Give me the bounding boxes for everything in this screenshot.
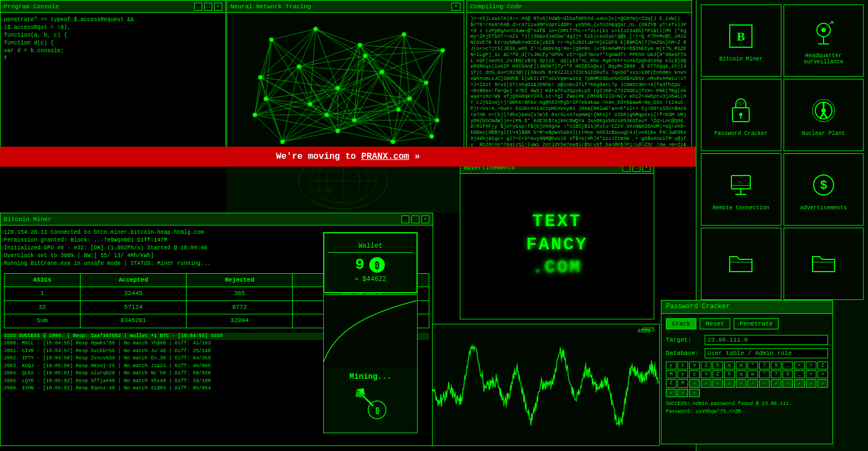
mining-chart: [324, 295, 417, 367]
folder2-icon: [807, 245, 840, 279]
maximize-button[interactable]: □: [204, 3, 212, 11]
char-cell-check: ✓: [782, 379, 793, 388]
remote-connection-icon: >_: [724, 168, 757, 202]
sidebar-item-folder2[interactable]: [784, 228, 864, 300]
char-cell-check: ✓: [724, 379, 735, 388]
svg-line-41: [359, 392, 373, 406]
sidebar-item-bitcoin-miner-label: Bitcoin Miner: [719, 56, 762, 62]
row3-accepted: 8345281: [81, 314, 187, 328]
char-grid: yzVZhqw*79_<>ZMyzVZhqw*79_<>ZM✓✓✓✓✓✓✓✓✓✓…: [666, 362, 828, 397]
compiling-code-body: )+~#I)Lzw1?X|8!<`#X@ 8TvS)tUWb~dlhaf0PhY…: [467, 13, 691, 146]
nuclear-plant-icon: [807, 94, 840, 127]
pw-target-label: Target:: [666, 337, 705, 343]
char-cell: _: [782, 362, 793, 369]
char-cell: 7: [759, 362, 770, 369]
wallet-title: Wallet: [328, 242, 413, 253]
reset-button[interactable]: Reset: [700, 318, 730, 329]
pw-buttons: Crack Reset Penetrate: [666, 318, 828, 329]
row1-accepted: 32445: [81, 287, 187, 300]
console-line-5: var d = b.console;: [4, 47, 222, 55]
miner-col-rejected: Rejected: [187, 274, 293, 287]
char-cell: y: [678, 370, 688, 378]
row1-rejected: 365: [187, 287, 293, 300]
svg-point-5: [821, 28, 826, 32]
ad-text: TEXT FANCY .COM: [526, 210, 588, 279]
char-cell: h: [724, 370, 735, 378]
bitcoin-miner-titlebar: Bitcoin Miner _ □ ×: [1, 213, 433, 225]
penetrate-button[interactable]: Penetrate: [734, 318, 779, 329]
char-cell: *: [747, 362, 758, 369]
sidebar-item-hq-surveillance[interactable]: Headquarter surveillance: [784, 4, 864, 77]
wallet-btc-display: 9 ₿: [355, 256, 386, 273]
char-cell-check: ✓: [817, 379, 828, 388]
char-cell: V: [689, 362, 700, 369]
char-cell: h: [713, 362, 723, 369]
close-button[interactable]: ×: [214, 3, 222, 11]
bitcoin-miner-controls: _ □ ×: [402, 216, 429, 223]
pw-database-label: Database:: [666, 350, 705, 357]
red-banner[interactable]: We're moving to PRANX.com »: [0, 147, 696, 167]
pw-target-input[interactable]: [705, 335, 828, 345]
wallet-btc-amount: 9: [355, 256, 365, 273]
row2-accepted: 57124: [81, 300, 187, 314]
svg-text:₿: ₿: [375, 260, 379, 270]
bitcoin-miner-icon: B: [724, 19, 757, 53]
oscilloscope-canvas: [433, 324, 659, 445]
pw-target-field: Target:: [666, 335, 828, 345]
char-cell-check: ✓: [771, 379, 781, 388]
char-cell: Z: [666, 379, 676, 388]
crack-button[interactable]: Crack: [666, 318, 696, 329]
compiling-code-title: Compiling Code: [470, 3, 521, 10]
sidebar-item-advertisements[interactable]: $ Advertisements: [784, 153, 864, 225]
bm-close-button[interactable]: ×: [422, 216, 429, 223]
char-cell: 9: [771, 362, 781, 369]
bm-maximize-button[interactable]: □: [412, 216, 419, 223]
btc-logo-icon: ₿: [369, 257, 385, 273]
miner-col-asics: ASICs: [4, 274, 81, 287]
char-cell: 7: [771, 370, 781, 378]
svg-text:₿: ₿: [375, 407, 379, 415]
row3-rejected: 32094: [187, 314, 293, 328]
char-cell-check: ✓: [806, 379, 816, 388]
svg-text:OF AME: OF AME: [315, 187, 334, 193]
svg-text:B: B: [737, 29, 745, 43]
char-cell: M: [666, 370, 676, 378]
mining-pickaxe-icon: ₿: [324, 384, 417, 429]
matrix-rain: )+~#I)Lzw1?X|8!<`#X@ 8TvS)tUWb~dlhaf0PhY…: [470, 16, 688, 146]
minimize-button[interactable]: _: [194, 3, 202, 11]
char-cell: z: [689, 370, 700, 378]
sidebar-item-folder1[interactable]: [701, 228, 781, 300]
neural-canvas: [227, 13, 464, 146]
row2-asics: 32: [4, 300, 81, 314]
program-console-title: Program Console: [4, 3, 59, 10]
char-cell-check: ✓: [689, 379, 700, 388]
pranx-link[interactable]: PRANX.com: [362, 152, 409, 162]
char-cell: q: [724, 362, 735, 369]
pickaxe-svg: ₿: [354, 387, 387, 420]
neural-network-window: Neural Network Tracing ×: [227, 0, 464, 150]
password-cracker-icon: *1*: [724, 94, 757, 127]
miner-col-accepted: Accepted: [81, 274, 187, 287]
char-cell: >: [806, 362, 816, 369]
sidebar-item-nuclear-plant[interactable]: Nuclear Plant: [784, 79, 864, 151]
char-cell: M: [678, 379, 688, 388]
char-cell: <: [806, 370, 816, 378]
console-line-3: function(a, b, c) {: [4, 32, 222, 39]
red-banner-text: We're moving to PRANX.com »: [276, 152, 420, 162]
pw-database-input[interactable]: [705, 348, 828, 358]
neural-close-button[interactable]: ×: [451, 3, 460, 11]
char-cell: Z: [701, 362, 711, 369]
ad-line2: FANCY: [526, 233, 588, 257]
sidebar-item-password-cracker[interactable]: *1* Password Cracker: [701, 79, 781, 151]
row2-rejected: 8772: [187, 300, 293, 314]
sidebar-item-remote-connection[interactable]: >_ Remote Connection: [701, 153, 781, 225]
svg-text:>_: >_: [738, 179, 744, 184]
sidebar-item-bitcoin-miner[interactable]: B Bitcoin Miner: [701, 4, 781, 77]
svg-text:$: $: [820, 179, 827, 193]
sidebar-item-remote-label: Remote Connection: [713, 205, 769, 211]
console-line-1: penetrate" == typeof $.accessRequest &&: [4, 16, 222, 24]
neural-network-titlebar: Neural Network Tracing ×: [227, 1, 464, 13]
bm-minimize-button[interactable]: _: [402, 216, 409, 223]
char-cell: z: [678, 362, 688, 369]
console-line-2: ($.accessRqst = !0),: [4, 24, 222, 32]
